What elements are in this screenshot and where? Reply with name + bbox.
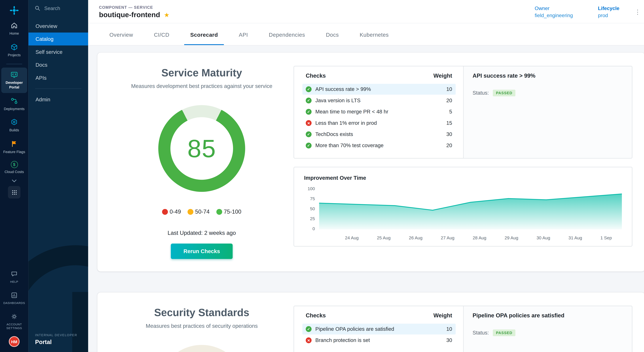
check-row[interactable]: API success rate > 99% 10 <box>302 84 456 95</box>
harness-logo[interactable] <box>9 0 19 18</box>
entity-tabs: Overview CI/CD Scorecard API Dependencie… <box>88 23 644 45</box>
rail-item-builds[interactable]: Builds <box>1 115 27 136</box>
tab-overview[interactable]: Overview <box>99 23 144 45</box>
chart-x-axis: 24 Aug 25 Aug 26 Aug 27 Aug 28 Aug 29 Au… <box>304 235 622 240</box>
rail-item-feature-flags[interactable]: Feature Flags <box>1 137 27 157</box>
check-detail-panel: API success rate > 99% Status: PASSED <box>463 66 632 158</box>
improvement-area-chart <box>319 188 622 229</box>
check-weight: 30 <box>446 131 452 137</box>
deployments-pipeline-icon <box>10 97 18 105</box>
check-row[interactable]: Branch protection is set 30 <box>302 335 456 346</box>
status-badge: PASSED <box>493 90 515 96</box>
check-weight: 30 <box>446 338 452 343</box>
check-passed-icon <box>306 326 312 332</box>
scorecard-subtitle: Measures development best practices agai… <box>131 83 272 89</box>
tab-api[interactable]: API <box>228 23 258 45</box>
rail-item-projects[interactable]: Projects <box>1 40 27 61</box>
check-label: Java version is LTS <box>315 98 442 103</box>
check-row[interactable]: Pipeline OPA policies are satisfied 10 <box>302 324 456 335</box>
check-row[interactable]: Less than 1% error in prod 15 <box>302 118 456 128</box>
chevron-down-icon[interactable] <box>11 179 17 183</box>
check-weight: 5 <box>449 109 452 115</box>
sidebar-footer-title: Portal <box>35 339 82 345</box>
score-donut-gauge: 85 <box>158 105 245 192</box>
help-button[interactable]: HELP <box>10 270 18 284</box>
sidebar-divider <box>35 88 82 89</box>
account-settings-button[interactable]: ACCOUNT SETTINGS <box>0 312 28 330</box>
sidebar-item-overview[interactable]: Overview <box>28 19 88 32</box>
rail-item-label: Cloud Costs <box>4 170 24 174</box>
check-failed-icon <box>306 120 312 126</box>
more-options-kebab-icon[interactable] <box>632 6 643 17</box>
rail-item-label: ACCOUNT SETTINGS <box>0 322 28 330</box>
check-row[interactable]: TechDocs exists 30 <box>302 129 456 140</box>
checks-column-header: Checks <box>306 312 326 319</box>
check-row[interactable]: Java version is LTS 20 <box>302 95 456 106</box>
last-updated-text: Last Updated: 2 weeks ago <box>168 230 236 236</box>
sidebar-item-admin[interactable]: Admin <box>28 93 88 106</box>
check-label: API success rate > 99% <box>315 86 442 92</box>
status-badge: PASSED <box>493 330 515 336</box>
check-row[interactable]: Mean time to merge PR < 48 hr 5 <box>302 106 456 117</box>
scorecard-subtitle: Measures best practices of security oper… <box>146 323 258 329</box>
legend-dot-red <box>162 209 168 215</box>
tab-dependencies[interactable]: Dependencies <box>258 23 316 45</box>
check-detail-title: API success rate > 99% <box>472 73 623 79</box>
chart-title: Improvement Over Time <box>304 175 622 181</box>
entity-header: COMPONENT — SERVICE boutique-frontend Ow… <box>88 0 644 23</box>
legend-item-mid: 50-74 <box>188 209 210 215</box>
tab-docs[interactable]: Docs <box>316 23 349 45</box>
rail-item-home[interactable]: Home <box>1 18 27 39</box>
check-failed-icon <box>306 338 312 343</box>
dashboards-chart-icon <box>10 291 18 299</box>
check-weight: 10 <box>446 86 452 92</box>
scorecard-title: Service Maturity <box>162 67 242 79</box>
rail-item-deployments[interactable]: Deployments <box>1 94 27 114</box>
search-input[interactable]: Search <box>28 0 88 16</box>
check-passed-icon <box>306 86 312 92</box>
check-weight: 10 <box>446 326 452 332</box>
builds-icon <box>10 118 18 126</box>
owner-meta: Owner field_engineering <box>535 5 573 18</box>
module-sidebar: Search Overview Catalog Self service Doc… <box>28 0 88 352</box>
sidebar-item-docs[interactable]: Docs <box>28 58 88 71</box>
rail-item-label: HELP <box>10 280 18 283</box>
rerun-checks-button[interactable]: Rerun Checks <box>171 244 232 259</box>
sidebar-item-self-service[interactable]: Self service <box>28 45 88 58</box>
status-label: Status: <box>472 330 489 336</box>
module-grid-button[interactable] <box>8 186 20 199</box>
rail-item-label: Deployments <box>4 107 24 111</box>
tab-cicd[interactable]: CI/CD <box>144 23 180 45</box>
rail-item-developer-portal[interactable]: Developer Portal <box>1 68 27 93</box>
harness-logo-icon <box>9 5 19 15</box>
check-label: Pipeline OPA policies are satisfied <box>315 326 442 332</box>
rail-item-cloud-costs[interactable]: $ Cloud Costs <box>1 158 27 178</box>
rail-item-label: Builds <box>10 128 19 132</box>
owner-link[interactable]: field_engineering <box>535 12 573 18</box>
dashboards-button[interactable]: DASHBOARDS <box>3 291 25 305</box>
lifecycle-value: prod <box>598 12 620 18</box>
user-avatar[interactable]: HM <box>9 336 20 347</box>
chart-y-axis: 100 75 50 25 0 <box>304 186 319 231</box>
check-row[interactable]: More than 70% test coverage 20 <box>302 140 456 151</box>
scorecards-scroll-area: Service Maturity Measures development be… <box>88 45 644 352</box>
gear-icon <box>10 312 18 321</box>
favorite-star-icon[interactable] <box>164 12 170 18</box>
scorecard-title: Security Standards <box>154 307 249 319</box>
developer-portal-icon <box>10 70 18 79</box>
projects-cube-icon <box>10 43 18 51</box>
entity-kind-label: COMPONENT — SERVICE <box>99 5 535 9</box>
tab-scorecard[interactable]: Scorecard <box>180 23 228 45</box>
lifecycle-label: Lifecycle <box>598 5 620 11</box>
cloud-costs-dollar-icon: $ <box>11 161 18 168</box>
page-title: boutique-frontend <box>99 11 160 19</box>
sidebar-item-apis[interactable]: APIs <box>28 71 88 84</box>
sidebar-item-catalog[interactable]: Catalog <box>28 32 88 45</box>
rail-item-label: DASHBOARDS <box>3 301 25 305</box>
tab-kubernetes[interactable]: Kubernetes <box>349 23 399 45</box>
score-value: 85 <box>188 134 216 163</box>
check-passed-icon <box>306 109 312 115</box>
sidebar-footer: INTERNAL DEVELOPER Portal <box>28 328 88 352</box>
checks-panel: Checks Weight API success rate > 99% 10 … <box>294 66 632 158</box>
status-label: Status: <box>472 90 489 96</box>
